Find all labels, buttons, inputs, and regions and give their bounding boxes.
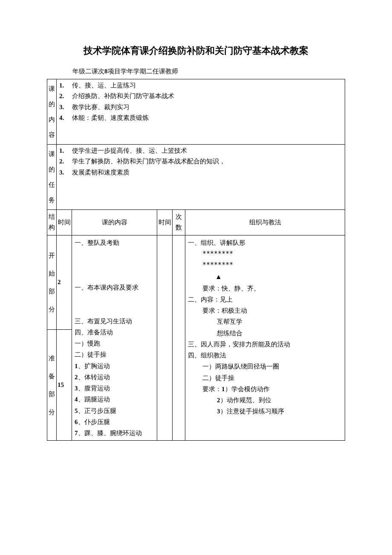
- line-num: 7: [75, 430, 78, 436]
- meta-line: 年级二课次8项目学年学期二任课教师: [72, 66, 345, 77]
- line-rest: 、正弓步压腿: [78, 407, 116, 414]
- org-line: 二）徒手操: [188, 372, 342, 384]
- task-label: 课的任务: [47, 144, 57, 209]
- item-num: 3.: [59, 102, 66, 113]
- line-rest: 、踝、膝、腕绕环运动: [78, 430, 142, 436]
- content-line: 一、布本课内容及要求: [75, 282, 154, 293]
- item-text: 使学生进一步提高传、接、运、上篮技术: [72, 145, 187, 157]
- item-num: 1.: [59, 80, 66, 91]
- line-rest: 、踢腿运动: [78, 396, 110, 403]
- task-item: 1.使学生进一步提高传、接、运、上篮技术: [58, 145, 343, 157]
- org-block: 一、组织、讲解队形 ******** ******** ▲ 要求：快、静、齐。 …: [187, 236, 343, 418]
- purpose-item: 3.教学比赛、裁判实习: [58, 102, 343, 113]
- org-req-num: 2: [217, 397, 220, 404]
- content-line: 1、扩胸运动: [75, 360, 154, 372]
- line-rest: 、扩胸运动: [78, 363, 110, 369]
- structure-start-text: 开始部分: [49, 247, 55, 318]
- time2-cell: [157, 235, 173, 441]
- task-item: 2.学生了解换防、补防和关门防守基本战术配合的知识，: [58, 156, 343, 167]
- purpose-list: 1.传、接、运、上蓝练习 2.介绍换防、补防和关门防守基本战术 3.教学比赛、裁…: [58, 80, 343, 124]
- item-num: 2.: [59, 91, 66, 102]
- content-line: 7、踝、膝、腕绕环运动: [75, 427, 154, 439]
- item-text: 发展柔韧和速度素质: [72, 167, 130, 178]
- page-title: 技术学院体育课介绍换防补防和关门防守基本战术教案: [47, 43, 345, 58]
- lesson-plan-table: 课的内容 1.传、接、运、上蓝练习 2.介绍换防、补防和关门防守基本战术 3.教…: [47, 79, 345, 441]
- content-line: [75, 304, 154, 315]
- item-text: 介绍换防、补防和关门防守基本战术: [72, 91, 174, 102]
- content-block: 一、整队及考勤 一、布本课内容及要求 三、布置见习生活动 四、准备活动 一）慢跑…: [74, 236, 155, 440]
- org-line-stars: ********: [188, 259, 342, 270]
- content-line: 5、正弓步压腿: [75, 405, 154, 416]
- header-time2: 时间: [157, 209, 173, 235]
- meta-suffix: 项目学年学期二任课教师: [108, 68, 178, 75]
- item-text: 学生了解换防、补防和关门防守基本战术配合的知识，: [72, 156, 225, 167]
- content-line: 四、准备活动: [75, 327, 154, 338]
- content-cell: 一、整队及考勤 一、布本课内容及要求 三、布置见习生活动 四、准备活动 一）慢跑…: [72, 235, 157, 441]
- header-org: 组织与教法: [185, 209, 345, 235]
- line-num: 2: [75, 374, 78, 381]
- task-row: 课的任务 1.使学生进一步提高传、接、运、上篮技术 2.学生了解换防、补防和关门…: [47, 144, 345, 209]
- header-content: 课的内容: [72, 209, 157, 235]
- line-rest: 、仆步压腿: [78, 418, 110, 425]
- org-line: 互帮互学: [188, 316, 342, 327]
- time-prep: 15: [57, 330, 72, 441]
- item-text: 体能：柔韧、速度素质锻炼: [72, 113, 149, 124]
- task-list: 1.使学生进一步提高传、接、运、上篮技术 2.学生了解换防、补防和关门防守基本战…: [58, 145, 343, 178]
- content-line: [75, 248, 154, 259]
- org-cell: 一、组织、讲解队形 ******** ******** ▲ 要求：快、静、齐。 …: [185, 235, 345, 441]
- count-cell: [173, 235, 185, 441]
- content-line: [75, 271, 154, 282]
- org-line: 要求：积极主动: [188, 305, 342, 316]
- content-line: 一）慢跑: [75, 338, 154, 349]
- content-line: [75, 293, 154, 304]
- purpose-content: 1.传、接、运、上蓝练习 2.介绍换防、补防和关门防守基本战术 3.教学比赛、裁…: [57, 79, 345, 144]
- header-count-text: 次数: [176, 212, 182, 233]
- meta-course-no: 8: [104, 68, 108, 75]
- line-rest: 、腹背运动: [78, 385, 110, 392]
- item-num: 3.: [59, 167, 66, 178]
- item-text: 传、接、运、上蓝练习: [72, 80, 136, 91]
- task-content: 1.使学生进一步提高传、接、运、上篮技术 2.学生了解换防、补防和关门防守基本战…: [57, 144, 345, 209]
- content-line: 二）徒手操: [75, 349, 154, 360]
- item-num: 1.: [59, 145, 66, 157]
- meta-prefix: 年级二课次: [72, 68, 104, 75]
- structure-start: 开始部分: [47, 235, 57, 330]
- item-text: 教学比赛、裁判实习: [72, 102, 130, 113]
- item-num: 4.: [59, 113, 66, 124]
- line-num: 5: [75, 407, 78, 414]
- line-num: 3: [75, 385, 78, 392]
- purpose-item: 4.体能：柔韧、速度素质锻炼: [58, 113, 343, 124]
- line-rest: 、体转运动: [78, 374, 110, 381]
- org-line: 一、组织、讲解队形: [188, 237, 342, 248]
- structure-prep: 准备部分: [47, 330, 57, 441]
- org-line: 要求：快、静、齐。: [188, 283, 342, 294]
- org-req-label: 要求：: [202, 386, 222, 392]
- org-line-stars: ********: [188, 248, 342, 259]
- line-num: 4: [75, 396, 78, 403]
- header-count: 次数: [173, 209, 185, 235]
- purpose-label: 课的内容: [47, 79, 57, 144]
- content-line: 一、整队及考勤: [75, 237, 154, 248]
- content-line: [75, 259, 154, 270]
- org-line: 一）两路纵队绕田径场一圈: [188, 361, 342, 372]
- org-req-num: 1: [222, 386, 225, 392]
- purpose-label-text: 课的内容: [49, 81, 55, 142]
- org-req-text: ）学会模仿动作: [225, 386, 270, 392]
- org-line: 二、内容：见上: [188, 294, 342, 305]
- task-label-text: 课的任务: [49, 146, 55, 208]
- header-structure: 结构: [47, 209, 57, 235]
- task-item: 3.发展柔韧和速度素质: [58, 167, 343, 178]
- content-line: 2、体转运动: [75, 372, 154, 383]
- item-num: 2.: [59, 156, 66, 167]
- org-line: 四、组织教法: [188, 350, 342, 361]
- body-row-1: 开始部分 2 一、整队及考勤 一、布本课内容及要求 三、布置见习生活动 四、准备…: [47, 235, 345, 330]
- time-start: 2: [57, 235, 72, 330]
- header-time: 时间: [57, 209, 72, 235]
- org-req-text: ）注意徒手操练习顺序: [220, 408, 284, 415]
- line-num: 6: [75, 418, 78, 425]
- content-line: 6、仆步压腿: [75, 416, 154, 427]
- org-line: 3）注意徒手操练习顺序: [188, 406, 342, 417]
- content-line: 4、踢腿运动: [75, 394, 154, 405]
- purpose-item: 1.传、接、运、上蓝练习: [58, 80, 343, 91]
- line-num: 1: [75, 363, 78, 369]
